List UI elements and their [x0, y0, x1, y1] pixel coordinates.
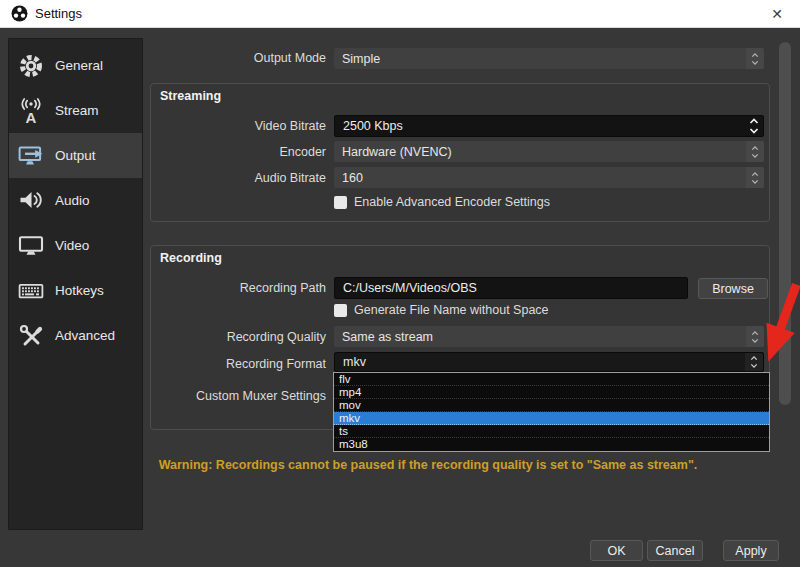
recording-warning-text: Warning: Recordings cannot be paused if …: [120, 458, 736, 472]
dropdown-option-m3u8[interactable]: m3u8: [334, 438, 769, 451]
encoder-select[interactable]: Hardware (NVENC): [334, 141, 764, 162]
output-mode-value: Simple: [334, 52, 380, 66]
dropdown-option-mov[interactable]: mov: [334, 399, 769, 412]
output-mode-label: Output Mode: [150, 49, 326, 67]
audio-bitrate-label: Audio Bitrate: [150, 169, 326, 187]
sidebar-item-label: Output: [55, 148, 96, 163]
sidebar-item-label: Advanced: [55, 328, 115, 343]
streaming-group-title: Streaming: [160, 89, 221, 103]
speaker-icon: [18, 188, 44, 214]
sidebar-item-hotkeys[interactable]: Hotkeys: [9, 268, 142, 313]
recording-path-input[interactable]: C:/Users/M/Videos/OBS: [334, 277, 688, 299]
generate-filename-checkbox-label: Generate File Name without Space: [354, 303, 549, 317]
sidebar-item-advanced[interactable]: Advanced: [9, 313, 142, 358]
recording-quality-value: Same as stream: [334, 330, 433, 344]
recording-group-title: Recording: [160, 251, 222, 265]
tools-icon: [18, 323, 44, 349]
window-title: Settings: [35, 6, 82, 21]
encoder-label: Encoder: [150, 143, 326, 161]
titlebar: Settings ✕: [0, 0, 800, 28]
recording-format-select[interactable]: mkv: [334, 352, 764, 372]
settings-sidebar: General A Stream Output: [8, 38, 143, 530]
output-icon: [18, 143, 44, 169]
audio-bitrate-select[interactable]: 160: [334, 167, 764, 188]
recording-quality-select[interactable]: Same as stream: [334, 326, 764, 347]
cancel-button[interactable]: Cancel: [647, 540, 703, 561]
broadcast-icon: A: [18, 98, 44, 124]
apply-button[interactable]: Apply: [723, 540, 779, 561]
close-icon[interactable]: ✕: [762, 2, 792, 26]
video-bitrate-spinbox[interactable]: 2500 Kbps: [334, 115, 764, 137]
chevron-up-down-icon: [746, 141, 764, 162]
chevron-up-down-icon: [746, 167, 764, 188]
advanced-encoder-checkbox-label: Enable Advanced Encoder Settings: [354, 195, 550, 209]
recording-quality-label: Recording Quality: [150, 328, 326, 346]
sidebar-item-output[interactable]: Output: [9, 133, 142, 178]
gear-icon: [18, 53, 44, 79]
dropdown-option-mp4[interactable]: mp4: [334, 386, 769, 399]
ok-button[interactable]: OK: [590, 540, 643, 561]
dropdown-option-flv[interactable]: flv: [334, 373, 769, 386]
recording-format-dropdown: flv mp4 mov mkv ts m3u8: [333, 372, 770, 452]
video-bitrate-label: Video Bitrate: [150, 117, 326, 135]
sidebar-item-label: Audio: [55, 193, 90, 208]
dropdown-option-ts[interactable]: ts: [334, 425, 769, 438]
svg-text:A: A: [26, 108, 37, 124]
custom-muxer-label: Custom Muxer Settings: [150, 387, 326, 405]
dropdown-option-mkv[interactable]: mkv: [334, 412, 769, 425]
sidebar-item-stream[interactable]: A Stream: [9, 88, 142, 133]
spinner-arrows-icon: [745, 116, 763, 136]
sidebar-item-audio[interactable]: Audio: [9, 178, 142, 223]
sidebar-item-general[interactable]: General: [9, 43, 142, 88]
recording-path-value: C:/Users/M/Videos/OBS: [335, 281, 477, 295]
obs-logo-icon: [11, 5, 28, 22]
keyboard-icon: [18, 278, 44, 304]
recording-format-value: mkv: [335, 355, 366, 369]
chevron-up-down-icon: [746, 48, 764, 69]
generate-filename-checkbox[interactable]: [334, 304, 347, 317]
advanced-encoder-checkbox[interactable]: [334, 196, 347, 209]
video-bitrate-value: 2500 Kbps: [335, 119, 403, 133]
annotation-arrow-icon: [752, 280, 800, 376]
sidebar-item-label: Stream: [55, 103, 99, 118]
encoder-value: Hardware (NVENC): [334, 145, 452, 159]
monitor-icon: [18, 233, 44, 259]
audio-bitrate-value: 160: [334, 171, 363, 185]
output-mode-select[interactable]: Simple: [334, 48, 764, 69]
recording-format-label: Recording Format: [150, 355, 326, 373]
recording-path-label: Recording Path: [150, 279, 326, 297]
sidebar-item-label: Hotkeys: [55, 283, 104, 298]
sidebar-item-label: General: [55, 58, 103, 73]
sidebar-item-video[interactable]: Video: [9, 223, 142, 268]
sidebar-item-label: Video: [55, 238, 89, 253]
